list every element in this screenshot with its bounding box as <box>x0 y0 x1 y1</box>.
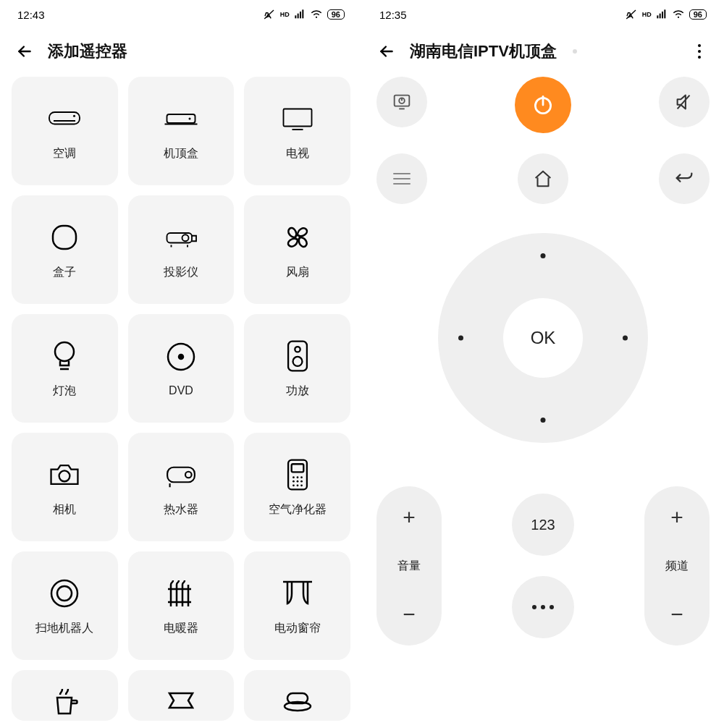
tv-icon <box>280 101 315 136</box>
svg-rect-32 <box>291 464 303 472</box>
purifier-icon <box>280 457 315 492</box>
svg-point-25 <box>295 347 300 352</box>
more-menu-button[interactable] <box>689 41 710 62</box>
category-curtain[interactable]: 电动窗帘 <box>244 551 350 660</box>
svg-point-35 <box>300 476 303 478</box>
channel-down-button[interactable]: − <box>670 604 683 625</box>
svg-point-42 <box>51 580 77 606</box>
dpad-wrap: OK <box>376 233 710 443</box>
category-amplifier[interactable]: 功放 <box>244 314 350 423</box>
category-label: 空气净化器 <box>269 502 327 517</box>
volume-control: + 音量 − <box>376 486 442 646</box>
category-bulb[interactable]: 灯泡 <box>12 314 118 423</box>
category-projector[interactable]: 投影仪 <box>128 195 235 304</box>
projector-icon <box>164 220 198 255</box>
dvd-icon <box>164 339 198 374</box>
ac-icon <box>47 101 82 136</box>
svg-point-38 <box>300 480 303 482</box>
svg-point-43 <box>57 586 72 601</box>
mute-icon <box>263 8 276 21</box>
dpad-left[interactable] <box>458 336 463 341</box>
svg-point-29 <box>185 471 192 478</box>
category-box[interactable]: 盒子 <box>12 195 118 304</box>
category-fan[interactable]: 风扇 <box>244 195 350 304</box>
dpad-ok-button[interactable]: OK <box>503 298 583 378</box>
category-label: 热水器 <box>164 502 198 517</box>
home-button[interactable] <box>518 153 568 204</box>
back-button[interactable] <box>14 41 35 62</box>
category-partial-2[interactable] <box>128 670 235 721</box>
svg-rect-3 <box>300 12 301 18</box>
dpad[interactable]: OK <box>438 233 648 443</box>
tv-power-icon <box>391 91 413 113</box>
power-button[interactable] <box>515 77 571 133</box>
water-heater-icon <box>164 457 198 492</box>
category-partial-3[interactable] <box>244 670 350 721</box>
svg-point-39 <box>292 484 295 486</box>
svg-rect-56 <box>662 12 663 18</box>
box-icon <box>47 220 82 255</box>
svg-rect-4 <box>302 9 303 18</box>
category-ac[interactable]: 空调 <box>12 77 118 185</box>
category-air-purifier[interactable]: 空气净化器 <box>244 433 350 541</box>
speaker-icon <box>280 339 315 373</box>
device-icon <box>280 683 315 718</box>
svg-rect-6 <box>49 112 80 124</box>
menu-icon <box>393 173 411 185</box>
signal-icon <box>656 9 668 20</box>
dpad-right[interactable] <box>623 336 628 341</box>
menu-button[interactable] <box>376 153 427 204</box>
category-label: 扫地机器人 <box>35 621 93 636</box>
hd-icon: HD <box>280 11 290 18</box>
mute-button[interactable] <box>659 77 710 127</box>
app-header: 湖南电信IPTV机顶盒 <box>362 29 724 77</box>
category-dvd[interactable]: DVD <box>128 314 235 423</box>
wifi-icon <box>310 8 323 21</box>
dpad-up[interactable] <box>541 253 546 258</box>
category-label: 电视 <box>286 146 309 161</box>
status-bar: 12:43 HD 96 <box>0 0 362 29</box>
category-camera[interactable]: 相机 <box>12 433 118 541</box>
back-button[interactable] <box>376 41 397 62</box>
category-robot-vacuum[interactable]: 扫地机器人 <box>12 551 118 660</box>
remote-row-1 <box>376 77 710 133</box>
mute-icon <box>625 8 638 21</box>
camera-icon <box>47 457 82 492</box>
category-water-heater[interactable]: 热水器 <box>128 433 235 541</box>
screen-add-remote: 12:43 HD 96 添加遥控器 空调 机顶盒 电视 盒子 <box>0 0 362 728</box>
device-icon <box>164 683 198 718</box>
svg-point-10 <box>188 117 190 119</box>
more-button[interactable] <box>512 576 574 638</box>
svg-point-33 <box>292 476 295 478</box>
svg-point-8 <box>73 114 75 117</box>
svg-point-34 <box>296 476 298 478</box>
home-icon <box>532 168 554 190</box>
dpad-down[interactable] <box>541 418 546 423</box>
svg-point-36 <box>292 480 295 482</box>
category-stb[interactable]: 机顶盒 <box>128 77 235 185</box>
return-button[interactable] <box>659 153 710 204</box>
numpad-button[interactable]: 123 <box>512 494 574 556</box>
category-partial-1[interactable] <box>12 670 118 721</box>
battery-icon: 96 <box>689 9 707 20</box>
tv-power-button[interactable] <box>376 77 427 127</box>
screen-remote-control: 12:35 HD 96 湖南电信IPTV机顶盒 <box>362 0 724 728</box>
power-icon <box>531 93 555 117</box>
svg-point-5 <box>316 17 317 18</box>
category-label: 相机 <box>53 502 76 517</box>
page-title: 湖南电信IPTV机顶盒 <box>410 41 557 62</box>
svg-point-41 <box>300 484 303 486</box>
category-tv[interactable]: 电视 <box>244 77 350 185</box>
mute-speaker-icon <box>673 91 695 113</box>
svg-rect-2 <box>297 14 298 19</box>
status-time: 12:35 <box>379 9 407 21</box>
channel-up-button[interactable]: + <box>670 507 683 528</box>
volume-up-button[interactable]: + <box>403 507 416 528</box>
category-grid: 空调 机顶盒 电视 盒子 投影仪 风扇 灯泡 DVD <box>0 77 362 721</box>
category-electric-heater[interactable]: 电暖器 <box>128 551 235 660</box>
wifi-icon <box>672 8 685 21</box>
channel-control: + 频道 − <box>644 486 710 646</box>
svg-point-40 <box>296 484 298 486</box>
volume-down-button[interactable]: − <box>403 604 416 625</box>
battery-icon: 96 <box>327 9 345 20</box>
